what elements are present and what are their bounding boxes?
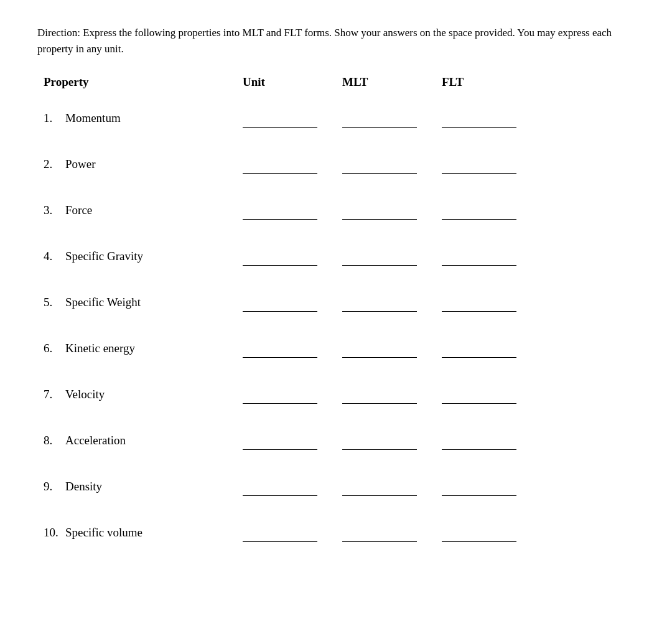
table-row: 8. Acceleration bbox=[44, 418, 635, 464]
flt-space bbox=[442, 155, 541, 174]
property-label: Kinetic energy bbox=[65, 342, 135, 355]
property-number: 2. bbox=[44, 157, 65, 171]
mlt-space bbox=[342, 523, 442, 542]
mlt-space bbox=[342, 293, 442, 312]
flt-space bbox=[442, 109, 541, 128]
mlt-space bbox=[342, 477, 442, 496]
unit-space bbox=[243, 523, 342, 542]
unit-space bbox=[243, 385, 342, 404]
unit-space bbox=[243, 109, 342, 128]
table-row: 10. Specific volume bbox=[44, 510, 635, 556]
unit-space bbox=[243, 247, 342, 266]
property-name: 9. Density bbox=[44, 480, 243, 493]
header-unit: Unit bbox=[243, 75, 342, 89]
mlt-space bbox=[342, 155, 442, 174]
flt-space bbox=[442, 339, 541, 358]
mlt-space bbox=[342, 431, 442, 450]
unit-space bbox=[243, 431, 342, 450]
property-label: Specific volume bbox=[65, 526, 142, 540]
property-label: Specific Gravity bbox=[65, 250, 143, 263]
property-label: Acceleration bbox=[65, 434, 126, 447]
mlt-space bbox=[342, 201, 442, 220]
property-number: 3. bbox=[44, 203, 65, 217]
flt-space bbox=[442, 431, 541, 450]
mlt-space bbox=[342, 247, 442, 266]
property-label: Momentum bbox=[65, 111, 121, 125]
property-number: 10. bbox=[44, 526, 65, 540]
header-mlt: MLT bbox=[342, 75, 442, 89]
unit-space bbox=[243, 293, 342, 312]
flt-space bbox=[442, 523, 541, 542]
property-label: Specific Weight bbox=[65, 296, 141, 309]
property-name: 1. Momentum bbox=[44, 111, 243, 125]
property-number: 9. bbox=[44, 480, 65, 493]
header-property: Property bbox=[44, 75, 243, 89]
table-row: 5. Specific Weight bbox=[44, 279, 635, 325]
table-row: 7. Velocity bbox=[44, 371, 635, 418]
property-label: Density bbox=[65, 480, 102, 493]
flt-space bbox=[442, 201, 541, 220]
mlt-space bbox=[342, 385, 442, 404]
property-number: 4. bbox=[44, 250, 65, 263]
property-name: 3. Force bbox=[44, 203, 243, 217]
unit-space bbox=[243, 477, 342, 496]
unit-space bbox=[243, 339, 342, 358]
table-row: 2. Power bbox=[44, 141, 635, 187]
table-row: 1. Momentum bbox=[44, 95, 635, 141]
property-label: Velocity bbox=[65, 388, 105, 401]
mlt-space bbox=[342, 339, 442, 358]
property-name: 2. Power bbox=[44, 157, 243, 171]
property-name: 10. Specific volume bbox=[44, 526, 243, 540]
property-name: 5. Specific Weight bbox=[44, 296, 243, 309]
flt-space bbox=[442, 293, 541, 312]
mlt-space bbox=[342, 109, 442, 128]
property-name: 4. Specific Gravity bbox=[44, 250, 243, 263]
property-name: 6. Kinetic energy bbox=[44, 342, 243, 355]
table-row: 3. Force bbox=[44, 187, 635, 233]
unit-space bbox=[243, 201, 342, 220]
property-name: 8. Acceleration bbox=[44, 434, 243, 447]
property-name: 7. Velocity bbox=[44, 388, 243, 401]
property-number: 8. bbox=[44, 434, 65, 447]
property-label: Force bbox=[65, 203, 92, 217]
property-label: Power bbox=[65, 157, 96, 171]
flt-space bbox=[442, 385, 541, 404]
flt-space bbox=[442, 247, 541, 266]
table-row: 4. Specific Gravity bbox=[44, 233, 635, 279]
property-number: 1. bbox=[44, 111, 65, 125]
header-flt: FLT bbox=[442, 75, 541, 89]
table-header: Property Unit MLT FLT bbox=[37, 75, 635, 89]
flt-space bbox=[442, 477, 541, 496]
property-number: 6. bbox=[44, 342, 65, 355]
unit-space bbox=[243, 155, 342, 174]
direction-text: Direction: Express the following propert… bbox=[37, 25, 628, 57]
table-row: 6. Kinetic energy bbox=[44, 325, 635, 371]
property-list: 1. Momentum 2. Power 3. Force 4. bbox=[37, 95, 635, 556]
table-row: 9. Density bbox=[44, 464, 635, 510]
property-number: 7. bbox=[44, 388, 65, 401]
property-number: 5. bbox=[44, 296, 65, 309]
